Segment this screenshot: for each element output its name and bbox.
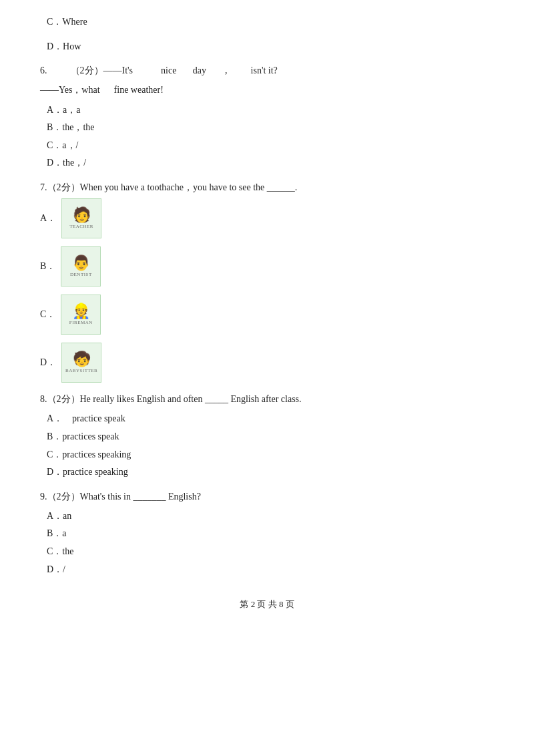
q9-option-d: D．/ bbox=[47, 561, 494, 579]
teacher-label: TEACHER bbox=[69, 224, 93, 229]
q7-option-c: C． 👷 FIREMAN bbox=[40, 295, 494, 335]
q7-image-fireman: 👷 FIREMAN bbox=[61, 295, 101, 335]
q7-image-teacher: 🧑 TEACHER bbox=[61, 198, 101, 238]
q6-option-d: D．the，/ bbox=[47, 154, 494, 172]
question-9: 9.（2分）What's this in _______ English? A．… bbox=[40, 488, 494, 579]
q9-option-c: C．the bbox=[47, 543, 494, 561]
q7-option-b: B． 👨 DENTIST bbox=[40, 246, 494, 287]
q8-option-a: A． practice speak bbox=[47, 410, 494, 428]
option-d-how-text: D．How bbox=[47, 38, 494, 56]
q8-option-d: D．practice speaking bbox=[47, 463, 494, 482]
fireman-label: FIREMAN bbox=[69, 320, 93, 325]
page-footer: 第 2 页 共 8 页 bbox=[40, 598, 494, 610]
babysitter-label: BABYSITTER bbox=[65, 368, 97, 373]
q6-stem2: ——Yes，what fine weather! bbox=[40, 81, 494, 98]
q8-option-b: B．practices speak bbox=[47, 428, 494, 446]
q7-option-a: A． 🧑 TEACHER bbox=[40, 198, 494, 238]
q6-option-b: B．the，the bbox=[47, 119, 494, 137]
q6-stem: 6. （2分）——It's nice day , isn't it? bbox=[40, 62, 494, 79]
q7-option-c-letter: C． bbox=[40, 309, 55, 321]
option-c-where-text: C．Where bbox=[47, 13, 494, 31]
q6-option-a: A．a，a bbox=[47, 102, 494, 120]
q7-option-d: D． 🧒 BABYSITTER bbox=[40, 343, 494, 383]
question-6: 6. （2分）——It's nice day , isn't it? ——Yes… bbox=[40, 62, 494, 172]
q7-option-b-letter: B． bbox=[40, 260, 55, 272]
option-d-how: D．How bbox=[40, 38, 494, 56]
question-8: 8.（2分）He really likes English and often … bbox=[40, 391, 494, 482]
q7-option-a-letter: A． bbox=[40, 212, 56, 224]
q9-option-b: B．a bbox=[47, 525, 494, 543]
dentist-label: DENTIST bbox=[70, 272, 92, 277]
q7-option-d-letter: D． bbox=[40, 357, 56, 369]
q6-option-c: C．a，/ bbox=[47, 137, 494, 155]
q9-stem: 9.（2分）What's this in _______ English? bbox=[40, 488, 494, 505]
option-c-where: C．Where bbox=[40, 13, 494, 31]
q9-option-a: A．an bbox=[47, 508, 494, 526]
page-number: 第 2 页 共 8 页 bbox=[240, 599, 294, 609]
question-7: 7.（2分）When you have a toothache，you have… bbox=[40, 179, 494, 383]
q8-option-c: C．practices speaking bbox=[47, 446, 494, 464]
q7-stem: 7.（2分）When you have a toothache，you have… bbox=[40, 179, 494, 196]
q8-stem: 8.（2分）He really likes English and often … bbox=[40, 391, 494, 407]
q7-image-dentist: 👨 DENTIST bbox=[61, 246, 101, 287]
q7-image-babysitter: 🧒 BABYSITTER bbox=[61, 343, 101, 383]
